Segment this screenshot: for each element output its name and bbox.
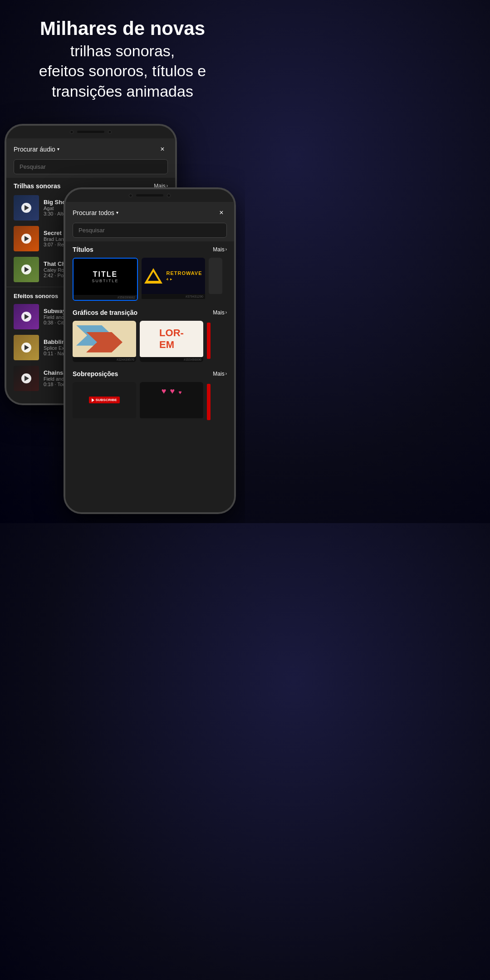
- track-thumb-bigshot: [14, 195, 39, 220]
- red-side-indicator-2: [207, 384, 211, 420]
- transitions-section-header: Gráficos de transição Mais ›: [65, 304, 234, 319]
- mais-transitions-chevron: ›: [225, 310, 227, 315]
- front-speaker: [136, 194, 163, 196]
- arrows-graphic: [73, 321, 136, 357]
- mais-overlays-label: Mais: [213, 371, 224, 377]
- title-card-retro[interactable]: RETROWAVE4 ▸ #379431290: [142, 258, 205, 301]
- red-side-indicator: [207, 323, 211, 359]
- camera-right: [108, 130, 112, 134]
- search-audio-label: Procurar áudio: [14, 146, 55, 153]
- arrows-card-id: #224439576: [73, 357, 136, 362]
- close-front-button[interactable]: ×: [216, 207, 227, 218]
- play-icon-secret: [24, 236, 29, 241]
- title-sub-text: SUBTITLE: [92, 279, 118, 283]
- search-all-button[interactable]: Procurar todos ▾: [73, 209, 118, 216]
- effect-thumb-subway: [14, 304, 39, 329]
- phone-front-screen: Procurar todos ▾ × Títulos Mais ›: [65, 202, 234, 512]
- lorem-card-id: #355496896: [140, 357, 203, 362]
- search-input-back[interactable]: [14, 159, 168, 174]
- search-header-back: Procurar áudio ▾ ×: [14, 144, 168, 155]
- search-bar-area-back: Procurar áudio ▾ ×: [6, 138, 175, 178]
- title-card-selected[interactable]: TITLE SUBTITLE #358399882: [73, 258, 138, 301]
- search-all-label: Procurar todos: [73, 209, 114, 216]
- mais-transitions-label: Mais: [213, 309, 224, 316]
- titles-section-header: Títulos Mais ›: [65, 241, 234, 256]
- play-btn-secret[interactable]: [21, 234, 31, 244]
- retro-card-id: #379431290: [142, 294, 205, 299]
- phone-back-notch: [6, 126, 175, 138]
- mais-overlays-chevron: ›: [225, 371, 227, 376]
- close-back-button[interactable]: ×: [157, 144, 168, 155]
- phone-front-notch: [65, 189, 234, 202]
- play-btn-bigshot[interactable]: [21, 203, 31, 213]
- overlays-section-header: Sobreposições Mais ›: [65, 366, 234, 380]
- transition-arrows-inner: [73, 321, 136, 357]
- overlay-card-subscribe[interactable]: SUBSCRIBE: [73, 382, 136, 420]
- transition-card-lorem[interactable]: LOR-EM #355496896: [140, 321, 203, 362]
- play-icon-bigshot: [24, 205, 29, 211]
- track-thumb-thatch: [14, 257, 39, 282]
- retro-triangle-inner: [148, 272, 159, 281]
- titles-grid: TITLE SUBTITLE #358399882: [65, 256, 234, 304]
- play-icon-chain: [24, 376, 29, 381]
- mais-transitions-button[interactable]: Mais ›: [213, 309, 227, 316]
- title-card-id: #358399882: [74, 295, 137, 300]
- transitions-grid: #224439576 LOR-EM #355496896: [65, 319, 234, 366]
- retro-triangle-icon: [144, 268, 162, 284]
- retro-wave-text: RETROWAVE4 ▸: [166, 270, 202, 281]
- play-btn-neo[interactable]: [21, 343, 31, 353]
- phones-container: Procurar áudio ▾ × Trilhas sonoras Mais …: [0, 115, 245, 523]
- soundtracks-label: Trilhas sonoras: [14, 182, 60, 190]
- subscribe-button-graphic: SUBSCRIBE: [89, 397, 119, 403]
- heart-icon-2: ♥: [170, 387, 175, 396]
- lorem-text: LOR-EM: [159, 327, 184, 351]
- effect-thumb-chain: [14, 366, 39, 391]
- play-btn-chain[interactable]: [21, 373, 31, 383]
- search-input-front[interactable]: [73, 223, 227, 238]
- titles-label: Títulos: [73, 246, 93, 253]
- speaker: [77, 131, 104, 133]
- lorem-graphic: LOR-EM: [140, 321, 203, 357]
- chevron-down-front-icon: ▾: [116, 210, 118, 215]
- mais-overlays-button[interactable]: Mais ›: [213, 371, 227, 377]
- hero-subtitle: trilhas sonoras, efeitos sonoros, título…: [14, 41, 231, 101]
- effect-thumb-neo: [14, 335, 39, 360]
- play-icon-subway: [24, 314, 29, 319]
- phone-front: Procurar todos ▾ × Títulos Mais ›: [64, 187, 236, 514]
- search-bar-area-front: Procurar todos ▾ ×: [65, 202, 234, 241]
- hearts-card-inner: ♥ ♥ ♥: [140, 382, 203, 418]
- overlay-card-hearts[interactable]: ♥ ♥ ♥: [140, 382, 203, 420]
- title-card-inner-selected: TITLE SUBTITLE: [74, 259, 137, 295]
- transition-lorem-inner: LOR-EM: [140, 321, 203, 357]
- track-thumb-secret: [14, 226, 39, 251]
- retro-card-inner: RETROWAVE4 ▸: [142, 258, 205, 294]
- heart-icon-3: ♥: [178, 389, 181, 396]
- front-camera-left: [129, 194, 132, 197]
- front-camera-right: [167, 194, 171, 197]
- heart-icon-1: ♥: [162, 387, 167, 396]
- play-btn-subway[interactable]: [21, 312, 31, 322]
- mais-titles-button[interactable]: Mais ›: [213, 246, 227, 253]
- search-audio-button[interactable]: Procurar áudio ▾: [14, 146, 59, 153]
- title-main-text: TITLE: [93, 270, 118, 279]
- overlays-label: Sobreposições: [73, 370, 118, 377]
- mais-titles-label: Mais: [213, 246, 224, 253]
- subscribe-label: SUBSCRIBE: [95, 398, 117, 402]
- hero-section: Milhares de novas trilhas sonoras, efeit…: [0, 0, 245, 115]
- search-header-front: Procurar todos ▾ ×: [73, 207, 227, 218]
- hero-title: Milhares de novas: [14, 18, 231, 39]
- transition-card-arrows[interactable]: #224439576: [73, 321, 136, 362]
- subscribe-play-icon: [92, 398, 94, 402]
- mais-titles-chevron: ›: [225, 247, 227, 252]
- camera-left: [70, 130, 74, 134]
- play-icon-thatch: [24, 267, 29, 272]
- transitions-label: Gráficos de transição: [73, 309, 137, 316]
- title-card-third[interactable]: [209, 258, 222, 301]
- chevron-down-icon: ▾: [57, 147, 59, 152]
- play-icon-neo: [24, 345, 29, 350]
- subscribe-card-inner: SUBSCRIBE: [73, 382, 136, 418]
- play-btn-thatch[interactable]: [21, 265, 31, 274]
- overlays-grid: SUBSCRIBE ♥ ♥ ♥: [65, 380, 234, 424]
